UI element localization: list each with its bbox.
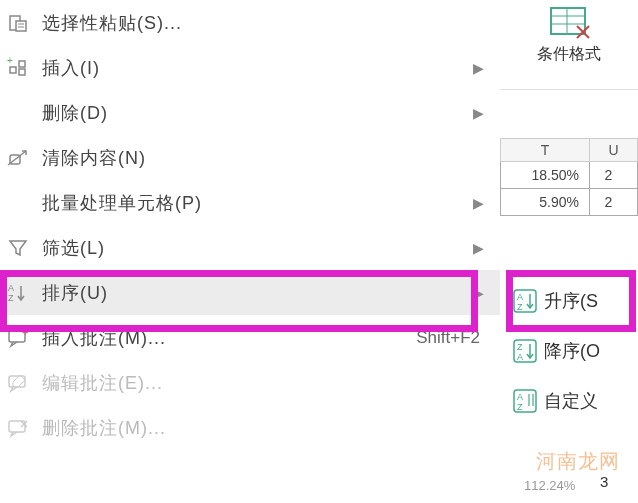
svg-text:A: A bbox=[517, 352, 523, 362]
filter-icon bbox=[0, 238, 36, 258]
menu-insert[interactable]: + 插入(I) ▶ bbox=[0, 45, 500, 90]
partial-cell-value: 112.24% bbox=[524, 478, 575, 493]
menu-batch-cells[interactable]: 批量处理单元格(P) ▶ bbox=[0, 180, 500, 225]
menu-label: 排序(U) bbox=[36, 281, 473, 305]
menu-label: 编辑批注(E)... bbox=[36, 371, 490, 395]
svg-text:A: A bbox=[517, 292, 523, 302]
spreadsheet-fragment: T U 18.50% 2 5.90% 2 bbox=[500, 138, 638, 216]
cell-value[interactable]: 2 bbox=[590, 162, 638, 189]
ribbon-conditional-format[interactable]: 条件格式 bbox=[500, 0, 638, 90]
svg-rect-1 bbox=[16, 21, 26, 31]
menu-delete-comment: 删除批注(M)... bbox=[0, 405, 500, 450]
menu-label: 删除批注(M)... bbox=[36, 416, 490, 440]
submenu-arrow-icon: ▶ bbox=[473, 105, 490, 121]
sort-custom-icon: AZ bbox=[506, 388, 544, 414]
cell-value[interactable]: 2 bbox=[590, 189, 638, 216]
submenu-label: 升序(S bbox=[544, 289, 598, 313]
submenu-descending[interactable]: ZA 降序(O bbox=[506, 326, 638, 376]
clear-icon bbox=[0, 147, 36, 169]
menu-label: 插入(I) bbox=[36, 56, 473, 80]
cell-value[interactable]: 5.90% bbox=[500, 189, 590, 216]
submenu-ascending[interactable]: AZ 升序(S bbox=[506, 276, 638, 326]
submenu-arrow-icon: ▶ bbox=[473, 60, 490, 76]
submenu-arrow-icon: ▶ bbox=[473, 195, 490, 211]
menu-insert-comment[interactable]: + 插入批注(M)... Shift+F2 bbox=[0, 315, 500, 360]
svg-text:A: A bbox=[517, 392, 523, 402]
watermark-text: 河南龙网 bbox=[536, 448, 620, 475]
menu-label: 批量处理单元格(P) bbox=[36, 191, 473, 215]
submenu-arrow-icon: ▶ bbox=[473, 285, 490, 301]
menu-label: 清除内容(N) bbox=[36, 146, 490, 170]
menu-label: 筛选(L) bbox=[36, 236, 473, 260]
menu-paste-special[interactable]: 选择性粘贴(S)... bbox=[0, 0, 500, 45]
svg-rect-4 bbox=[10, 67, 16, 73]
conditional-format-icon bbox=[547, 4, 591, 40]
menu-clear-contents[interactable]: 清除内容(N) bbox=[0, 135, 500, 180]
comment-edit-icon bbox=[0, 373, 36, 393]
menu-filter[interactable]: 筛选(L) ▶ bbox=[0, 225, 500, 270]
svg-rect-5 bbox=[19, 61, 25, 67]
svg-text:Z: Z bbox=[8, 293, 14, 303]
comment-insert-icon: + bbox=[0, 328, 36, 348]
menu-label: 插入批注(M)... bbox=[36, 326, 416, 350]
svg-text:Z: Z bbox=[517, 342, 523, 352]
comment-delete-icon bbox=[0, 418, 36, 438]
column-header-t[interactable]: T bbox=[500, 139, 590, 161]
svg-rect-6 bbox=[19, 69, 25, 75]
svg-text:Z: Z bbox=[517, 402, 523, 412]
menu-label: 选择性粘贴(S)... bbox=[36, 11, 490, 35]
sort-desc-icon: ZA bbox=[506, 338, 544, 364]
sort-icon: AZ bbox=[0, 282, 36, 304]
submenu-custom-sort[interactable]: AZ 自定义 bbox=[506, 376, 638, 426]
submenu-arrow-icon: ▶ bbox=[473, 240, 490, 256]
cell-value[interactable]: 18.50% bbox=[500, 162, 590, 189]
partial-cell-value: 3 bbox=[600, 473, 608, 490]
sort-submenu: AZ 升序(S ZA 降序(O AZ 自定义 bbox=[506, 276, 638, 426]
submenu-label: 自定义 bbox=[544, 389, 598, 413]
svg-text:Z: Z bbox=[517, 302, 523, 312]
menu-delete[interactable]: 删除(D) ▶ bbox=[0, 90, 500, 135]
menu-label: 删除(D) bbox=[36, 101, 473, 125]
table-row[interactable]: 5.90% 2 bbox=[500, 189, 638, 216]
sort-asc-icon: AZ bbox=[506, 288, 544, 314]
insert-icon: + bbox=[0, 57, 36, 79]
svg-text:+: + bbox=[22, 328, 28, 338]
paste-special-icon bbox=[0, 12, 36, 34]
menu-shortcut: Shift+F2 bbox=[416, 328, 490, 348]
column-header-u[interactable]: U bbox=[590, 139, 638, 161]
table-row[interactable]: 18.50% 2 bbox=[500, 162, 638, 189]
right-panel: 条件格式 T U 18.50% 2 5.90% 2 bbox=[500, 0, 638, 503]
menu-edit-comment: 编辑批注(E)... bbox=[0, 360, 500, 405]
svg-text:A: A bbox=[8, 283, 14, 293]
submenu-label: 降序(O bbox=[544, 339, 600, 363]
ribbon-label: 条件格式 bbox=[537, 44, 601, 65]
svg-text:+: + bbox=[7, 57, 13, 66]
menu-sort[interactable]: AZ 排序(U) ▶ bbox=[0, 270, 500, 315]
context-menu: 选择性粘贴(S)... + 插入(I) ▶ 删除(D) ▶ 清除内容(N) 批量… bbox=[0, 0, 500, 450]
